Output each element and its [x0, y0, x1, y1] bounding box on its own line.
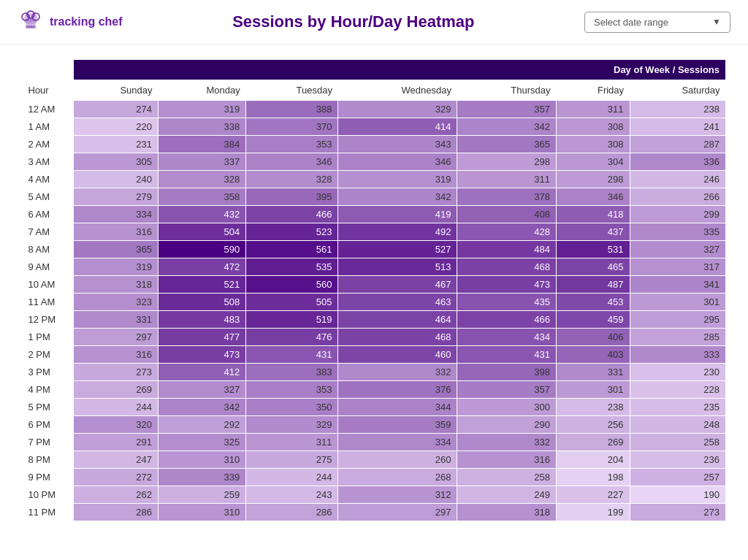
- heatmap-cell: 395: [246, 188, 338, 206]
- heatmap-cell: 327: [630, 241, 725, 258]
- hour-label-10-am: 10 AM: [23, 276, 74, 294]
- table-row: 9 AM319472535513468465317: [23, 258, 726, 276]
- heatmap-cell: 334: [74, 206, 159, 223]
- table-row: 12 PM331483519464466459295: [23, 311, 726, 329]
- heatmap-cell: 199: [556, 504, 630, 521]
- hour-label-4-pm: 4 PM: [23, 381, 74, 399]
- heatmap-cell: 257: [630, 469, 725, 486]
- heatmap-cell: 342: [159, 399, 246, 416]
- table-row: 4 PM269327353376357301228: [23, 381, 726, 399]
- main-content: Day of Week / Sessions HourSundayMondayT…: [0, 45, 748, 536]
- day-of-week-sessions-header: Day of Week / Sessions: [74, 60, 726, 80]
- heatmap-cell: 241: [630, 118, 725, 136]
- table-row: 6 AM334432466419408418299: [23, 206, 726, 223]
- heatmap-cell: 435: [457, 294, 557, 311]
- heatmap-cell: 535: [246, 258, 338, 276]
- table-row: 5 PM244342350344300238235: [23, 399, 726, 416]
- hour-label-3-pm: 3 PM: [23, 364, 74, 381]
- heatmap-cell: 408: [457, 206, 557, 223]
- heatmap-cell: 312: [338, 486, 457, 504]
- heatmap-cell: 468: [338, 329, 457, 346]
- heatmap-cell: 472: [159, 258, 246, 276]
- heatmap-cell: 269: [74, 381, 159, 399]
- date-range-selector[interactable]: Select date range ▼: [584, 12, 730, 33]
- heatmap-cell: 460: [338, 346, 457, 364]
- heatmap-cell: 358: [159, 188, 246, 206]
- hour-label-11-am: 11 AM: [23, 294, 74, 311]
- table-row: 11 PM286310286297318199273: [23, 504, 726, 521]
- heatmap-cell: 318: [457, 504, 557, 521]
- heatmap-cell: 560: [246, 276, 338, 294]
- heatmap-cell: 319: [338, 171, 457, 188]
- heatmap-cell: 332: [338, 364, 457, 381]
- heatmap-cell: 273: [74, 364, 159, 381]
- heatmap-cell: 311: [457, 171, 557, 188]
- heatmap-cell: 236: [630, 451, 725, 469]
- table-row: 5 AM279358395342378346266: [23, 188, 726, 206]
- hour-label-2-pm: 2 PM: [23, 346, 74, 364]
- heatmap-cell: 204: [556, 451, 630, 469]
- heatmap-cell: 473: [457, 276, 557, 294]
- heatmap-cell: 398: [457, 364, 557, 381]
- heatmap-cell: 291: [74, 434, 159, 451]
- heatmap-cell: 323: [74, 294, 159, 311]
- heatmap-cell: 244: [246, 469, 338, 486]
- day-header-sunday: Sunday: [74, 80, 159, 101]
- day-header-friday: Friday: [556, 80, 630, 101]
- table-row: 3 AM305337346346298304336: [23, 153, 726, 171]
- heatmap-cell: 418: [556, 206, 630, 223]
- heatmap-cell: 301: [630, 294, 725, 311]
- heatmap-cell: 431: [457, 346, 557, 364]
- heatmap-cell: 235: [630, 399, 725, 416]
- day-header-saturday: Saturday: [630, 80, 725, 101]
- heatmap-cell: 311: [556, 101, 630, 118]
- table-row: 7 AM316504523492428437335: [23, 223, 726, 241]
- heatmap-cell: 383: [246, 364, 338, 381]
- heatmap-cell: 220: [74, 118, 159, 136]
- heatmap-cell: 286: [74, 504, 159, 521]
- heatmap-cell: 316: [74, 223, 159, 241]
- heatmap-cell: 487: [556, 276, 630, 294]
- heatmap-cell: 319: [74, 258, 159, 276]
- table-row: 10 AM318521560467473487341: [23, 276, 726, 294]
- date-range-label: Select date range: [594, 17, 668, 28]
- table-row: 11 AM323508505463435453301: [23, 294, 726, 311]
- heatmap-cell: 238: [556, 399, 630, 416]
- heatmap-cell: 473: [159, 346, 246, 364]
- heatmap-cell: 561: [246, 241, 338, 258]
- heatmap-cell: 527: [338, 241, 457, 258]
- heatmap-cell: 316: [74, 346, 159, 364]
- table-row: 9 PM272339244268258198257: [23, 469, 726, 486]
- heatmap-cell: 414: [338, 118, 457, 136]
- heatmap-cell: 308: [556, 136, 630, 153]
- heatmap-cell: 468: [457, 258, 557, 276]
- table-row: 3 PM273412383332398331230: [23, 364, 726, 381]
- heatmap-cell: 329: [338, 101, 457, 118]
- empty-corner: [23, 60, 74, 80]
- heatmap-cell: 286: [246, 504, 338, 521]
- heatmap-cell: 317: [630, 258, 725, 276]
- heatmap-cell: 419: [338, 206, 457, 223]
- heatmap-cell: 434: [457, 329, 557, 346]
- hour-column-header: Hour: [23, 80, 74, 101]
- heatmap-cell: 273: [630, 504, 725, 521]
- heatmap-cell: 319: [159, 101, 246, 118]
- hour-label-6-pm: 6 PM: [23, 416, 74, 434]
- table-row: 2 PM316473431460431403333: [23, 346, 726, 364]
- heatmap-cell: 325: [159, 434, 246, 451]
- heatmap-cell: 353: [246, 136, 338, 153]
- hour-label-6-am: 6 AM: [23, 206, 74, 223]
- table-row: 2 AM231384353343365308287: [23, 136, 726, 153]
- heatmap-cell: 492: [338, 223, 457, 241]
- heatmap-cell: 247: [74, 451, 159, 469]
- heatmap-cell: 243: [246, 486, 338, 504]
- heatmap-cell: 342: [338, 188, 457, 206]
- heatmap-cell: 350: [246, 399, 338, 416]
- heatmap-cell: 365: [74, 241, 159, 258]
- heatmap-cell: 531: [556, 241, 630, 258]
- heatmap-cell: 299: [630, 206, 725, 223]
- heatmap-cell: 327: [159, 381, 246, 399]
- chef-hat-icon: [18, 9, 44, 35]
- hour-label-8-am: 8 AM: [23, 241, 74, 258]
- heatmap-cell: 329: [246, 416, 338, 434]
